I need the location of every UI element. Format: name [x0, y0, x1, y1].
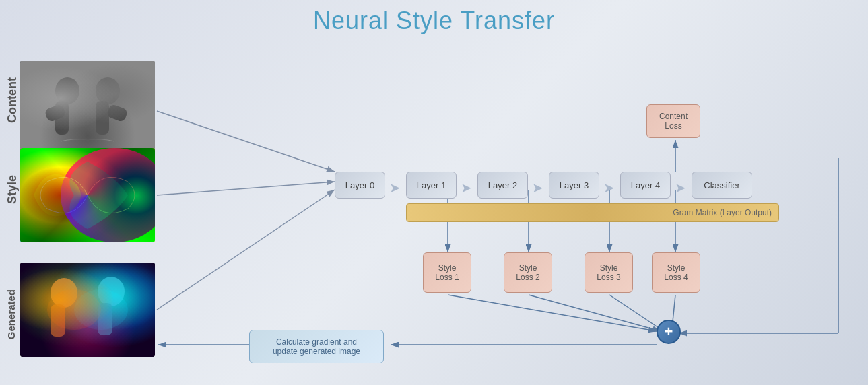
svg-rect-30 [51, 304, 65, 337]
svg-point-29 [51, 278, 77, 308]
chevron-l4-classifier: ➤ [675, 180, 686, 196]
style-label: Style [5, 175, 20, 204]
style-loss-1: StyleLoss 1 [423, 252, 471, 293]
gram-matrix-bar: Gram Matrix (Layer Output) [406, 203, 779, 222]
svg-line-12 [448, 295, 657, 331]
layer-2: Layer 2 [477, 172, 528, 199]
chevron-l3-l4: ➤ [603, 180, 615, 196]
style-loss-2: StyleLoss 2 [504, 252, 552, 293]
content-label: Content [5, 77, 20, 123]
svg-rect-32 [98, 303, 112, 335]
page-title: Neural Style Transfer [0, 0, 868, 35]
svg-rect-28 [20, 262, 155, 357]
svg-point-22 [96, 77, 120, 104]
svg-rect-24 [106, 104, 128, 123]
content-loss-box: ContentLoss [646, 104, 700, 138]
layer-1: Layer 1 [406, 172, 457, 199]
svg-point-33 [47, 289, 101, 330]
chevron-l1-l2: ➤ [461, 180, 472, 196]
layer-0: Layer 0 [335, 172, 385, 199]
svg-rect-18 [20, 61, 155, 155]
style-loss-3: StyleLoss 3 [585, 252, 633, 293]
style-loss-4: StyleLoss 4 [652, 252, 700, 293]
sum-circle: + [657, 320, 681, 344]
svg-rect-23 [96, 101, 109, 135]
svg-rect-25 [20, 148, 155, 242]
layer-3: Layer 3 [549, 172, 599, 199]
svg-point-26 [61, 148, 155, 242]
calculate-gradient-box: Calculate gradient andupdate generated i… [249, 330, 384, 363]
classifier-box: Classifier [692, 172, 752, 199]
svg-point-31 [98, 277, 125, 306]
svg-rect-20 [55, 101, 69, 135]
svg-line-4 [157, 190, 335, 310]
svg-line-2 [157, 111, 335, 172]
chevron-l2-l3: ➤ [532, 180, 543, 196]
chevron-l0-l1: ➤ [389, 180, 401, 196]
svg-rect-27 [20, 262, 155, 357]
svg-point-19 [55, 77, 79, 104]
content-image [20, 61, 155, 155]
svg-rect-21 [44, 104, 66, 123]
layer-4: Layer 4 [620, 172, 671, 199]
svg-point-34 [74, 289, 128, 330]
svg-line-3 [157, 182, 335, 195]
style-image [20, 148, 155, 242]
svg-line-13 [529, 295, 661, 331]
generated-image [20, 262, 155, 357]
